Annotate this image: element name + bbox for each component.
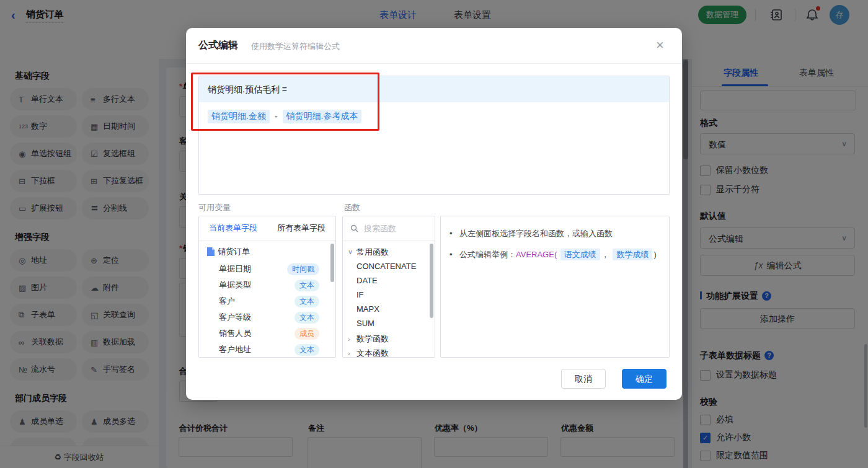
cancel-button[interactable]: 取消 <box>561 369 606 389</box>
example-field-token: 语文成绩 <box>560 249 600 260</box>
type-badge: 成员 <box>294 328 319 340</box>
help-line-2: • 公式编辑举例：AVERAGE( 语文成绩， 数学成绩) <box>450 249 659 261</box>
function-group-common[interactable]: ∨常用函数 <box>343 245 435 259</box>
variable-row[interactable]: 客户文本 <box>199 293 335 309</box>
variable-row[interactable]: 销售人员成员 <box>199 325 335 342</box>
confirm-button[interactable]: 确定 <box>622 369 666 389</box>
function-item[interactable]: SUM <box>343 316 435 330</box>
modal-subtitle: 使用数学运算符编辑公式 <box>251 41 340 52</box>
variables-scrollbar-thumb[interactable] <box>330 244 334 282</box>
variables-label: 可用变量 <box>198 202 231 213</box>
function-group-math[interactable]: ›数学函数 <box>343 332 435 346</box>
function-group-text[interactable]: ›文本函数 <box>343 346 435 358</box>
function-item[interactable]: DATE <box>343 273 435 288</box>
functions-scrollbar-thumb[interactable] <box>430 244 433 318</box>
chevron-right-icon: › <box>348 335 356 343</box>
type-badge: 时间戳 <box>287 263 319 275</box>
functions-label: 函数 <box>344 202 360 213</box>
functions-panel: ∨常用函数 CONCATENATE DATE IF MAPX SUM ›数学函数… <box>342 216 435 358</box>
form-doc-icon <box>206 247 218 256</box>
tab-all-form-fields[interactable]: 所有表单字段 <box>277 223 326 234</box>
variable-row[interactable]: 客户等级文本 <box>199 309 335 325</box>
variable-row[interactable]: 单据日期时间戳 <box>199 261 335 277</box>
function-item[interactable]: MAPX <box>343 302 435 316</box>
function-item[interactable]: IF <box>343 288 435 302</box>
example-field-token: 数学成绩 <box>613 249 652 260</box>
close-icon[interactable]: × <box>656 38 664 53</box>
variables-form-row[interactable]: 销货订单 <box>199 244 335 260</box>
search-function-input[interactable] <box>363 223 427 234</box>
function-name-example: AVERAGE( <box>516 250 557 259</box>
formula-help-panel: •从左侧面板选择字段名和函数，或输入函数 • 公式编辑举例：AVERAGE( 语… <box>440 216 670 358</box>
search-icon <box>350 224 358 232</box>
variables-tabs: 当前表单字段 所有表单字段 <box>199 216 335 241</box>
type-badge: 文本 <box>294 296 319 307</box>
variable-row[interactable]: 客户地址文本 <box>199 342 335 358</box>
type-badge: 文本 <box>294 312 319 324</box>
chevron-right-icon: › <box>348 350 356 357</box>
divider <box>186 63 682 64</box>
function-item[interactable]: CONCATENATE <box>343 259 435 273</box>
variable-row[interactable]: 单据类型文本 <box>199 277 335 293</box>
modal-title: 公式编辑 <box>198 39 238 52</box>
type-badge: 文本 <box>294 280 319 291</box>
annotation-highlight-box <box>191 73 379 131</box>
tab-current-form-fields[interactable]: 当前表单字段 <box>209 223 257 234</box>
function-search[interactable] <box>343 216 435 241</box>
chevron-down-icon: ∨ <box>348 248 356 256</box>
variables-panel: 当前表单字段 所有表单字段 销货订单 单据日期时间戳 单据类型文本 客户文本 客… <box>198 216 336 358</box>
help-line-1: •从左侧面板选择字段名和函数，或输入函数 <box>450 227 659 240</box>
type-badge: 文本 <box>294 344 319 356</box>
